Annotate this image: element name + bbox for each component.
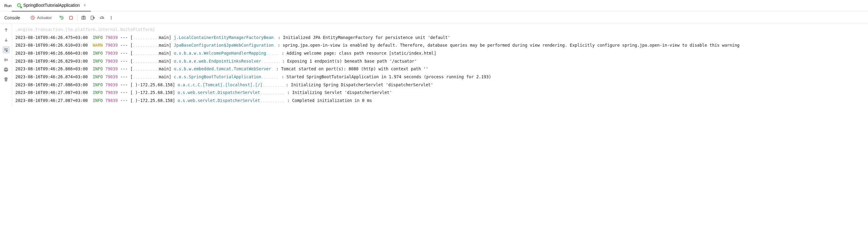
down-arrow-icon[interactable] <box>2 36 10 43</box>
svg-rect-9 <box>5 68 7 69</box>
exit-icon[interactable] <box>90 15 96 21</box>
close-icon[interactable]: × <box>84 3 86 8</box>
divider <box>77 15 78 21</box>
rerun-icon[interactable] <box>59 15 65 21</box>
tab-title: SpringBootTutorialApplication <box>23 3 80 8</box>
actuator-tab[interactable]: Actuator <box>27 14 55 21</box>
actuator-label: Actuator <box>37 16 52 20</box>
stop-icon[interactable] <box>68 15 74 21</box>
title-bar: Run SpringBootTutorialApplication × <box>0 0 868 12</box>
run-label: Run <box>4 3 12 8</box>
print-icon[interactable] <box>2 66 10 73</box>
console-tab-label[interactable]: Console <box>4 16 20 20</box>
gutter <box>0 24 12 107</box>
svg-rect-1 <box>69 16 72 19</box>
more-icon[interactable] <box>108 15 114 21</box>
console-output[interactable]: .engine.transaction.jta.platform.interna… <box>12 24 868 107</box>
spring-boot-icon <box>17 3 22 8</box>
svg-point-3 <box>83 17 84 19</box>
toolbar: Console Actuator <box>0 12 868 24</box>
camera-icon[interactable] <box>81 15 87 21</box>
dashboard-icon[interactable] <box>99 15 105 21</box>
trash-icon[interactable] <box>2 75 10 83</box>
svg-point-5 <box>111 16 112 17</box>
svg-point-7 <box>111 19 112 19</box>
up-arrow-icon[interactable] <box>2 26 10 34</box>
soft-wrap-icon[interactable] <box>2 46 10 54</box>
scroll-to-end-icon[interactable] <box>2 56 10 63</box>
svg-point-6 <box>111 18 112 18</box>
run-tab[interactable]: SpringBootTutorialApplication × <box>12 0 91 12</box>
